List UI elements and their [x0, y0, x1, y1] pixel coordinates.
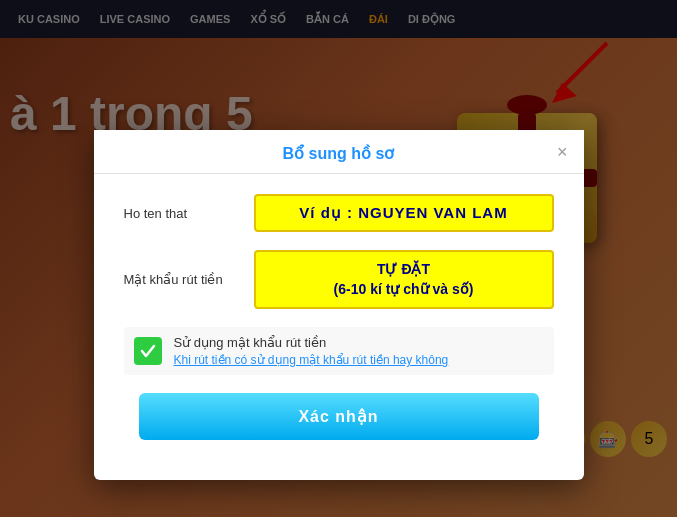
profile-modal: Bổ sung hồ sơ × Ho ten that Ví dụ : NGUY… [94, 130, 584, 480]
password-row: Mật khẩu rút tiền TỰ ĐẶT (6-10 kí tự chữ… [124, 250, 554, 309]
password-line2: (6-10 kí tự chữ và số) [334, 281, 474, 297]
full-name-label: Ho ten that [124, 206, 254, 221]
password-input-wrapper: TỰ ĐẶT (6-10 kí tự chữ và số) [254, 250, 554, 309]
full-name-row: Ho ten that Ví dụ : NGUYEN VAN LAM [124, 194, 554, 232]
modal-title: Bổ sung hồ sơ [283, 144, 395, 163]
password-input[interactable]: TỰ ĐẶT (6-10 kí tự chữ và số) [254, 250, 554, 309]
password-label: Mật khẩu rút tiền [124, 272, 254, 287]
modal-close-button[interactable]: × [557, 143, 568, 161]
use-password-checkbox-row[interactable]: Sử dụng mật khẩu rút tiền Khi rút tiền c… [124, 327, 554, 375]
password-line1: TỰ ĐẶT [377, 261, 430, 277]
checkbox-sub-label[interactable]: Khi rút tiền có sử dụng mật khẩu rút tiề… [174, 353, 449, 367]
checkbox-text-area: Sử dụng mật khẩu rút tiền Khi rút tiền c… [174, 335, 449, 367]
confirm-button[interactable]: Xác nhận [139, 393, 539, 440]
modal-body: Ho ten that Ví dụ : NGUYEN VAN LAM Mật k… [94, 174, 584, 450]
full-name-input[interactable]: Ví dụ : NGUYEN VAN LAM [254, 194, 554, 232]
modal-header: Bổ sung hồ sơ × [94, 130, 584, 174]
checkbox-checked-icon [134, 337, 162, 365]
full-name-input-wrapper: Ví dụ : NGUYEN VAN LAM [254, 194, 554, 232]
checkbox-main-label: Sử dụng mật khẩu rút tiền [174, 335, 449, 350]
